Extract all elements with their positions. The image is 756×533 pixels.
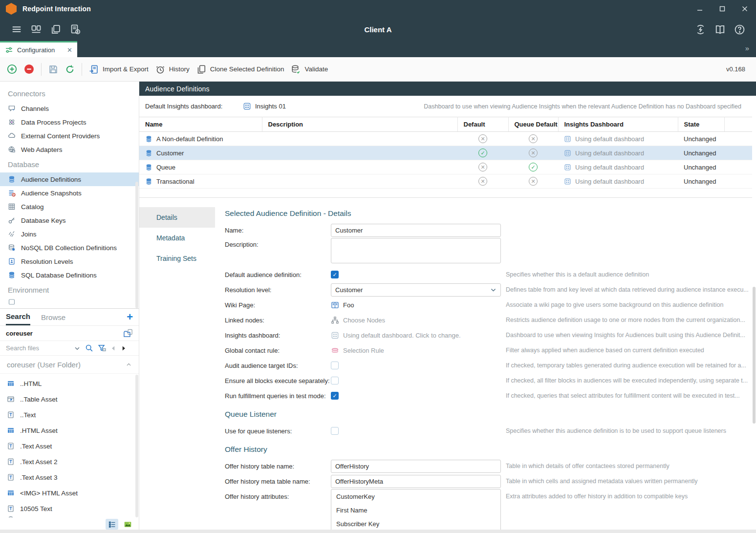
add-button[interactable] [7,64,17,74]
main-menu-button[interactable] [7,20,26,39]
tab-details[interactable]: Details [139,207,215,228]
sidebar-item-audience-snapshots[interactable]: Audience Snapshots [0,186,139,200]
tab-metadata[interactable]: Metadata [139,228,215,248]
tab-browse[interactable]: Browse [41,309,65,325]
tab-training-sets[interactable]: Training Sets [139,248,215,269]
save-button[interactable] [48,64,58,74]
html-asset-icon [7,489,15,497]
validate-button[interactable]: Validate [291,64,328,74]
table-row[interactable]: Transactional ✕ ✕ Using default dashboar… [139,174,752,189]
audit-target-ids-checkbox[interactable] [331,362,339,369]
connection-status-button[interactable] [691,20,710,39]
history-button[interactable]: History [155,64,190,74]
chevron-down-icon[interactable] [74,345,81,352]
offer-history-table-input[interactable] [331,460,501,473]
queue-listeners-checkbox[interactable] [331,427,339,435]
remove-button[interactable] [24,64,34,74]
filter-icon[interactable] [98,344,106,352]
sidebar-item-audience-definitions[interactable]: Audience Definitions [0,172,139,186]
nosql-database-icon [8,244,16,252]
import-export-button[interactable]: Import & Export [89,64,149,74]
attr-item[interactable]: Subscriber Key [331,517,500,531]
file-item[interactable]: .Text Asset 3 [0,469,139,485]
workspaces-button[interactable] [26,20,46,39]
attr-item[interactable]: CustomerKey [331,490,500,503]
col-insights-dashboard[interactable]: Insights Dashboard [558,117,678,132]
tab-search[interactable]: Search [6,309,30,325]
text-asset-icon [7,411,15,419]
col-queue-default[interactable]: Queue Default [508,117,558,132]
offer-history-meta-input[interactable] [331,475,501,488]
next-arrow-icon[interactable] [121,345,127,351]
wiki-page-value[interactable]: Foo [343,301,354,309]
scheduled-docs-button[interactable] [65,20,85,39]
sidebar-item-external-content-providers[interactable]: External Content Providers [0,129,139,143]
documents-button[interactable] [46,20,65,39]
file-label: .HTML Asset [20,427,58,434]
attr-item[interactable]: First Name [331,503,500,517]
details-scrollbar[interactable] [753,287,756,424]
file-item[interactable]: ..Text [0,407,139,423]
file-item[interactable]: 10505 Text [0,501,139,516]
not-queue-default-icon: ✕ [529,177,538,186]
offer-history-attrs-listbox[interactable]: CustomerKey First Name Subscriber Key [331,489,501,533]
search-icon[interactable] [85,344,93,352]
col-state[interactable]: State [678,117,724,132]
help-button[interactable] [730,20,749,39]
file-item[interactable]: ..Table Asset [0,391,139,407]
linked-nodes-value[interactable]: Choose Nodes [343,317,385,324]
default-dashboard-value[interactable]: Insights 01 [243,102,286,110]
sidebar-item-catalog[interactable]: Catalog [0,200,139,213]
open-in-folder-icon[interactable] [123,328,133,338]
user-folder-header[interactable]: coreuser (User Folder) [0,356,139,374]
minimize-button[interactable] [689,0,711,18]
collapse-caret-icon[interactable] [126,362,132,368]
file-item[interactable]: ..HTML [0,376,139,391]
prev-arrow-icon[interactable] [110,345,116,351]
col-name[interactable]: Name [139,117,262,132]
maximize-button[interactable] [711,0,734,18]
ensure-blocks-checkbox[interactable] [331,377,339,384]
table-row[interactable]: A Non-default Definition ✕ ✕ Using defau… [139,132,752,146]
file-item[interactable]: .HTML Asset [0,423,139,438]
sidebar-item-resolution-levels[interactable]: Resolution Levels [0,255,139,268]
nav-scrollbar[interactable] [135,182,138,308]
documentation-button[interactable] [710,20,730,39]
main-panel: Audience Definitions Default Insights da… [139,82,756,533]
col-description[interactable]: Description [262,117,457,132]
sidebar-item-channels[interactable]: Channels [0,102,139,115]
list-view-button[interactable] [106,519,118,530]
search-query-input[interactable] [6,330,104,337]
sidebar-item-sql-database-definitions[interactable]: SQL Database Definitions [0,268,139,282]
refresh-button[interactable] [65,64,75,74]
insights-dashboard-value[interactable]: Using default dashboard. Click to change… [343,332,461,339]
run-fulfillment-checkbox[interactable]: ✓ [331,392,339,400]
sidebar-item-web-adapters[interactable]: Web Adapters [0,143,139,156]
col-default[interactable]: Default [457,117,508,132]
tab-configuration[interactable]: Configuration ✕ [0,41,77,57]
file-list-scrollbar[interactable] [135,375,138,517]
add-search-button[interactable]: + [127,312,133,322]
default-definition-checkbox[interactable]: ✓ [331,271,339,278]
file-item[interactable]: .Text Asset [0,438,139,454]
thumbnail-view-button[interactable] [121,519,134,530]
table-row-selected[interactable]: Customer ✓ ✕ Using default dashboard Unc… [139,146,752,160]
tab-overflow-chevrons[interactable]: » [745,44,749,52]
sidebar-item-database-keys[interactable]: Database Keys [0,213,139,227]
sidebar-item-joins[interactable]: Joins [0,227,139,241]
tab-close-icon[interactable]: ✕ [67,46,72,54]
sidebar-item-nosql-db-collection-definitions[interactable]: NoSQL DB Collection Definitions [0,241,139,255]
file-item[interactable]: .Text Asset 2 [0,454,139,469]
name-input[interactable] [331,224,501,237]
search-files-input[interactable] [6,344,69,352]
close-button[interactable] [734,0,756,18]
global-contact-rule-value[interactable]: Selection Rule [343,347,384,354]
global-contact-rule-label: Global contact rule: [225,347,331,354]
table-bottom-spacer [139,189,752,198]
clone-selected-definition-button[interactable]: Clone Selected Definition [196,64,284,74]
file-item[interactable]: <IMG> HTML Asset [0,485,139,501]
table-row[interactable]: Queue ✕ ✓ Using default dashboard Unchan… [139,160,752,174]
sidebar-item-data-process-projects[interactable]: Data Process Projects [0,115,139,129]
resolution-level-select[interactable]: Customer [331,283,501,297]
description-textarea[interactable] [331,238,501,263]
